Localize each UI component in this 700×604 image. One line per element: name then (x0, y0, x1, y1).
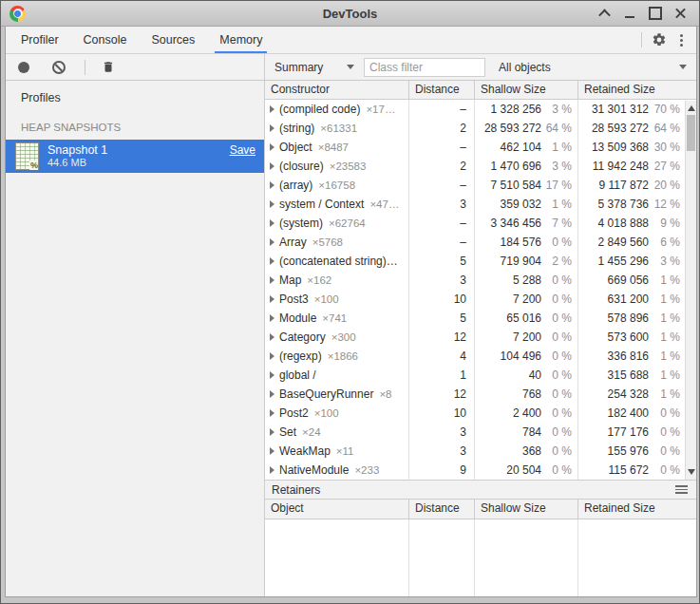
expand-triangle-icon[interactable] (270, 428, 274, 436)
expand-triangle-icon[interactable] (270, 466, 274, 474)
column-header-constructor[interactable]: Constructor (265, 81, 409, 99)
table-row[interactable]: (system)×62764–3 346 4567 %4 018 8889 % (265, 214, 696, 233)
expand-triangle-icon[interactable] (270, 257, 274, 265)
record-icon[interactable] (18, 62, 29, 73)
scrollbar-thumb[interactable] (687, 115, 695, 151)
shallow-size-value: 7 200 (475, 290, 541, 309)
table-row[interactable]: (string)×61331228 593 27264 %28 593 2726… (265, 119, 696, 138)
column-header-object[interactable]: Object (265, 500, 409, 519)
tab-sources[interactable]: Sources (139, 27, 207, 53)
clear-icon[interactable] (52, 61, 66, 74)
tab-console[interactable]: Console (71, 27, 140, 53)
column-header-retained-size[interactable]: Retained Size (578, 81, 696, 99)
table-row[interactable]: (closure)×2358321 470 6963 %11 942 24827… (265, 157, 696, 176)
expand-triangle-icon[interactable] (270, 162, 274, 170)
view-select[interactable]: Summary (274, 61, 358, 74)
distance-cell: – (409, 214, 475, 233)
expand-triangle-icon[interactable] (270, 124, 274, 132)
expand-triangle-icon[interactable] (270, 276, 274, 284)
expand-triangle-icon[interactable] (270, 371, 274, 379)
constructor-cell[interactable]: Post3×100 (265, 290, 409, 309)
sidebar-item-snapshot-1[interactable]: % Snapshot 1 44.6 MB Save (6, 140, 264, 173)
expand-triangle-icon[interactable] (270, 238, 274, 246)
scroll-down-icon[interactable] (688, 469, 695, 475)
table-row[interactable]: Array×5768–184 5760 %2 849 5606 % (265, 233, 696, 252)
objects-select[interactable]: All objects (499, 61, 687, 74)
table-row[interactable]: (concatenated string)…5719 9042 %1 455 2… (265, 252, 696, 271)
column-header-shallow-size[interactable]: Shallow Size (475, 81, 578, 99)
expand-triangle-icon[interactable] (270, 333, 274, 341)
expand-triangle-icon[interactable] (270, 409, 274, 417)
constructor-cell[interactable]: Category×300 (265, 328, 409, 347)
shade-icon[interactable] (597, 7, 611, 20)
retained-size-value: 13 509 368 (578, 138, 649, 157)
table-row[interactable]: Category×300127 2000 %573 6001 % (265, 328, 696, 347)
table-row[interactable]: global /1400 %315 6881 % (265, 366, 696, 385)
close-icon[interactable] (674, 7, 688, 20)
retained-size-cell: 177 1760 % (578, 423, 696, 442)
constructor-name: Category (279, 328, 326, 347)
minimize-icon[interactable] (623, 7, 636, 20)
table-row[interactable]: system / Context×47…3359 0321 %5 378 736… (265, 195, 696, 214)
constructor-cell[interactable]: global / (265, 366, 409, 385)
constructor-cell[interactable]: Post2×100 (265, 404, 409, 423)
constructor-cell[interactable]: Set×24 (265, 423, 409, 442)
shallow-size-value: 20 504 (475, 461, 541, 480)
table-row[interactable]: NativeModule×233920 5040 %115 6720 % (265, 461, 696, 480)
retained-size-cell: 336 8161 % (578, 347, 696, 366)
class-filter-input[interactable] (364, 58, 485, 77)
constructor-cell[interactable]: Map×162 (265, 271, 409, 290)
expand-triangle-icon[interactable] (270, 105, 274, 113)
constructor-cell[interactable]: Module×741 (265, 309, 409, 328)
expand-triangle-icon[interactable] (270, 447, 274, 455)
constructor-cell[interactable]: (string)×61331 (265, 119, 409, 138)
constructor-cell[interactable]: NativeModule×233 (265, 461, 409, 480)
retainers-menu-icon[interactable] (673, 483, 690, 496)
constructor-cell[interactable]: (system)×62764 (265, 214, 409, 233)
table-row[interactable]: Post2×100102 4000 %182 4000 % (265, 404, 696, 423)
retained-size-percent: 0 % (649, 442, 685, 461)
table-row[interactable]: (array)×16758–7 510 58417 %9 117 87220 % (265, 176, 696, 195)
expand-triangle-icon[interactable] (270, 181, 274, 189)
table-row[interactable]: Set×2437840 %177 1760 % (265, 423, 696, 442)
expand-triangle-icon[interactable] (270, 295, 274, 303)
shallow-size-percent: 0 % (541, 423, 577, 442)
tab-memory[interactable]: Memory (207, 27, 274, 53)
constructor-cell[interactable]: WeakMap×11 (265, 442, 409, 461)
grid-scrollbar[interactable] (685, 101, 696, 480)
constructor-cell[interactable]: (concatenated string)… (265, 252, 409, 271)
maximize-icon[interactable] (649, 7, 662, 20)
table-row[interactable]: (regexp)×18664104 4960 %336 8161 % (265, 347, 696, 366)
constructor-cell[interactable]: Object×8487 (265, 138, 409, 157)
table-row[interactable]: Module×741565 0160 %578 8961 % (265, 309, 696, 328)
constructor-cell[interactable]: system / Context×47… (265, 195, 409, 214)
constructor-cell[interactable]: (closure)×23583 (265, 157, 409, 176)
column-header-distance[interactable]: Distance (409, 81, 475, 99)
expand-triangle-icon[interactable] (270, 314, 274, 322)
settings-gear-icon[interactable] (652, 32, 667, 47)
constructor-cell[interactable]: (array)×16758 (265, 176, 409, 195)
column-header-shallow-size[interactable]: Shallow Size (475, 500, 578, 519)
constructor-cell[interactable]: (compiled code)×17… (265, 100, 409, 119)
tab-profiler[interactable]: Profiler (9, 27, 71, 53)
constructor-cell[interactable]: Array×5768 (265, 233, 409, 252)
table-row[interactable]: Post3×100107 2000 %631 2001 % (265, 290, 696, 309)
constructor-cell[interactable]: BaseQueryRunner×8 (265, 385, 409, 404)
column-header-distance[interactable]: Distance (409, 500, 475, 519)
table-row[interactable]: Object×8487–462 1041 %13 509 36830 % (265, 138, 696, 157)
delete-snapshot-icon[interactable] (102, 60, 115, 74)
expand-triangle-icon[interactable] (270, 390, 274, 398)
table-row[interactable]: (compiled code)×17…–1 328 2563 %31 301 3… (265, 100, 696, 119)
more-menu-icon[interactable] (676, 32, 687, 48)
expand-triangle-icon[interactable] (270, 200, 274, 208)
scroll-up-icon[interactable] (688, 105, 695, 111)
table-row[interactable]: WeakMap×1133680 %155 9760 % (265, 442, 696, 461)
expand-triangle-icon[interactable] (270, 143, 274, 151)
table-row[interactable]: Map×16235 2880 %669 0561 % (265, 271, 696, 290)
expand-triangle-icon[interactable] (270, 352, 274, 360)
column-header-retained-size[interactable]: Retained Size (578, 500, 696, 519)
save-link[interactable]: Save (230, 143, 255, 157)
table-row[interactable]: BaseQueryRunner×8127680 %254 3281 % (265, 385, 696, 404)
expand-triangle-icon[interactable] (270, 219, 274, 227)
constructor-cell[interactable]: (regexp)×1866 (265, 347, 409, 366)
